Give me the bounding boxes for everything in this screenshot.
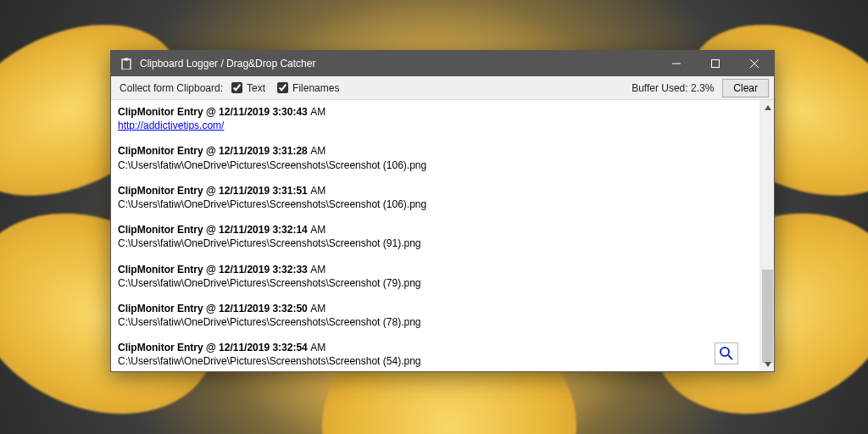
entry-body: C:\Users\fatiw\OneDrive\Pictures\Screens…	[118, 354, 753, 368]
entry-header: ClipMonitor Entry @ 12/11/2019 3:31:28 A…	[118, 144, 753, 158]
entry-header: ClipMonitor Entry @ 12/11/2019 3:32:50 A…	[118, 302, 753, 315]
entry-header: ClipMonitor Entry @ 12/11/2019 3:31:51 A…	[118, 184, 753, 198]
svg-marker-6	[765, 105, 771, 110]
scroll-up-arrow-icon[interactable]	[760, 100, 775, 114]
log-entry: ClipMonitor Entry @ 12/11/2019 3:32:14 A…	[118, 223, 753, 250]
toolbar: Collect form Clipboard: Text Filenames B…	[111, 76, 774, 100]
svg-rect-0	[122, 59, 131, 70]
svg-rect-1	[125, 58, 129, 61]
entry-body: C:\Users\fatiw\OneDrive\Pictures\Screens…	[118, 236, 753, 250]
entry-body: C:\Users\fatiw\OneDrive\Pictures\Screens…	[118, 276, 753, 290]
svg-point-8	[721, 348, 729, 356]
log-entry: ClipMonitor Entry @ 12/11/2019 3:31:28 A…	[118, 144, 753, 171]
clear-button[interactable]: Clear	[722, 79, 769, 97]
checkbox-filenames-input[interactable]	[277, 82, 288, 93]
log-entry: ClipMonitor Entry @ 12/11/2019 3:32:50 A…	[118, 302, 753, 329]
minimize-icon	[672, 59, 681, 68]
entry-body: C:\Users\fatiw\OneDrive\Pictures\Screens…	[118, 159, 753, 172]
svg-rect-3	[712, 60, 720, 68]
entry-header: ClipMonitor Entry @ 12/11/2019 3:30:43 A…	[118, 105, 753, 119]
svg-line-9	[728, 355, 732, 359]
log-content[interactable]: ClipMonitor Entry @ 12/11/2019 3:30:43 A…	[111, 100, 760, 371]
entry-body: C:\Users\fatiw\OneDrive\Pictures\Screens…	[118, 198, 753, 211]
log-entry: ClipMonitor Entry @ 12/11/2019 3:31:51 A…	[118, 184, 753, 211]
content-area: ClipMonitor Entry @ 12/11/2019 3:30:43 A…	[111, 100, 774, 371]
checkbox-filenames-label: Filenames	[292, 82, 339, 94]
vertical-scrollbar[interactable]	[760, 100, 774, 371]
log-entry: ClipMonitor Entry @ 12/11/2019 3:30:43 A…	[118, 105, 753, 132]
entry-header: ClipMonitor Entry @ 12/11/2019 3:32:14 A…	[118, 223, 753, 236]
scroll-down-arrow-icon[interactable]	[760, 357, 775, 371]
log-entry: ClipMonitor Entry @ 12/11/2019 3:32:54 A…	[118, 341, 753, 368]
clipboard-icon	[120, 57, 133, 70]
close-icon	[750, 59, 759, 68]
titlebar[interactable]: Clipboard Logger / Drag&Drop Catcher	[111, 51, 774, 76]
scrollbar-thumb[interactable]	[762, 270, 773, 363]
app-window: Clipboard Logger / Drag&Drop Catcher Col…	[110, 50, 775, 372]
checkbox-text-input[interactable]	[231, 82, 242, 93]
entry-header: ClipMonitor Entry @ 12/11/2019 3:32:54 A…	[118, 341, 753, 354]
minimize-button[interactable]	[657, 51, 696, 76]
checkbox-filenames[interactable]: Filenames	[277, 82, 339, 94]
maximize-icon	[711, 59, 720, 68]
entry-link[interactable]: http://addictivetips.com/	[118, 120, 224, 131]
entry-body: C:\Users\fatiw\OneDrive\Pictures\Screens…	[118, 315, 753, 329]
entry-header: ClipMonitor Entry @ 12/11/2019 3:32:33 A…	[118, 263, 753, 276]
svg-marker-7	[765, 362, 771, 367]
log-entry: ClipMonitor Entry @ 12/11/2019 3:32:33 A…	[118, 263, 753, 290]
desktop-background: Clipboard Logger / Drag&Drop Catcher Col…	[0, 0, 868, 434]
checkbox-text-label: Text	[247, 82, 265, 94]
buffer-used-label: Buffer Used: 2.3%	[632, 82, 714, 94]
window-title: Clipboard Logger / Drag&Drop Catcher	[140, 58, 657, 70]
search-icon	[719, 346, 734, 361]
checkbox-text[interactable]: Text	[231, 82, 265, 94]
maximize-button[interactable]	[696, 51, 735, 76]
close-button[interactable]	[735, 51, 774, 76]
collect-label: Collect form Clipboard:	[120, 82, 223, 94]
search-button[interactable]	[715, 342, 738, 364]
